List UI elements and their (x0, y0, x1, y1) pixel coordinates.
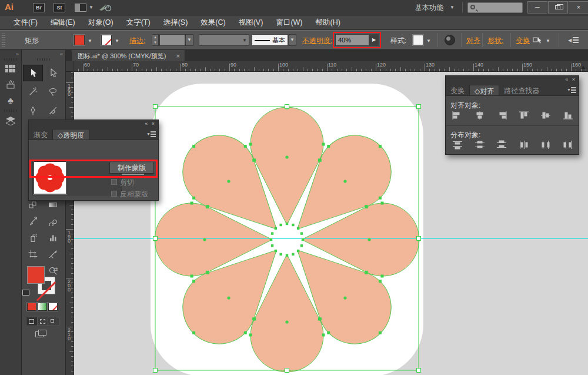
selection-handle[interactable] (192, 145, 195, 148)
selection-handle[interactable] (270, 238, 272, 241)
horizontal-distribute-center-button[interactable] (539, 140, 553, 150)
menu-item-8[interactable]: 帮助(H) (309, 16, 347, 29)
vertical-align-top-button[interactable] (517, 110, 531, 121)
tab-align[interactable]: ◇对齐 (469, 85, 499, 95)
shape-link[interactable]: 形状: (487, 36, 503, 46)
selection-handle[interactable] (153, 105, 158, 109)
clip-checkbox[interactable]: 剪切 (111, 178, 134, 188)
close-panel-icon[interactable]: × (572, 77, 576, 82)
selection-handle[interactable] (279, 224, 282, 226)
dock-grip[interactable] (4, 58, 17, 61)
vertical-distribute-center-button[interactable] (473, 140, 487, 150)
selection-handle[interactable] (297, 250, 299, 252)
selection-handle[interactable] (379, 331, 382, 334)
selection-handle[interactable] (379, 197, 382, 200)
petal-center-point[interactable] (368, 238, 370, 241)
panel-menu-icon[interactable]: ◀ (568, 36, 579, 44)
menu-item-4[interactable]: 选择(S) (157, 16, 195, 29)
stroke-weight-stepper[interactable]: ▲▼ (152, 34, 159, 46)
panel-menu-icon[interactable]: ▼ (567, 87, 576, 94)
petal-center-point[interactable] (285, 320, 288, 323)
artboard-tool[interactable] (23, 246, 43, 263)
selection-handle[interactable] (417, 105, 421, 109)
dock-grip[interactable] (4, 109, 17, 112)
selection-handle[interactable] (252, 159, 255, 162)
lasso-tool[interactable] (43, 84, 63, 100)
selection-handle[interactable] (417, 237, 421, 241)
selection-handle[interactable] (191, 275, 193, 278)
petal-center-point[interactable] (227, 296, 230, 299)
bridge-button[interactable]: Br (33, 3, 45, 12)
horizontal-align-right-button[interactable] (495, 110, 509, 121)
horizontal-distribute-left-button[interactable] (517, 140, 531, 150)
menu-item-3[interactable]: 文字(T) (120, 16, 157, 29)
fill-color-swatch[interactable] (74, 35, 85, 45)
selection-handle[interactable] (318, 318, 321, 321)
control-bar-grip[interactable] (2, 34, 5, 47)
expand-dock-icon[interactable]: » (0, 50, 21, 57)
close-panel-icon[interactable]: × (152, 121, 156, 127)
eyedropper-tool[interactable] (23, 213, 43, 230)
vertical-distribute-top-button[interactable] (450, 140, 465, 150)
brush-definition-dropdown[interactable]: ▼ (199, 34, 249, 46)
workspace-caret-icon[interactable]: ▼ (450, 5, 455, 10)
vertical-distribute-bottom-button[interactable] (495, 140, 509, 150)
petal-center-point[interactable] (343, 296, 346, 299)
symbol-sprayer-tool[interactable] (23, 230, 43, 246)
tab-close-icon[interactable]: × (176, 52, 180, 59)
petal-center-point[interactable] (343, 180, 346, 182)
close-button[interactable]: × (569, 1, 588, 14)
drawing-mode-group[interactable] (26, 317, 59, 326)
cs-live-icon[interactable] (98, 2, 112, 12)
horizontal-align-left-button[interactable] (450, 110, 465, 121)
invert-mask-checkbox[interactable]: 反相蒙版 (111, 190, 148, 200)
selection-handle[interactable] (206, 271, 209, 274)
selection-handle[interactable] (381, 202, 384, 205)
default-fill-stroke-icon[interactable] (22, 290, 29, 296)
menu-item-1[interactable]: 编辑(E) (44, 16, 82, 29)
opacity-link[interactable]: 不透明度: (302, 36, 332, 46)
ruler-origin-corner[interactable] (66, 61, 74, 72)
transparency-panel-header[interactable]: « × (29, 120, 158, 129)
search-input[interactable] (467, 2, 523, 13)
menu-item-2[interactable]: 对象(O) (82, 16, 120, 29)
selection-handle[interactable] (327, 145, 330, 148)
selection-handle[interactable] (192, 280, 195, 283)
selection-handle[interactable] (300, 232, 303, 234)
recolor-artwork-icon[interactable] (445, 35, 455, 45)
restore-button[interactable] (548, 1, 568, 14)
pointer-caret-icon[interactable]: ▼ (546, 38, 550, 44)
draw-behind-mode[interactable] (38, 317, 49, 326)
petal-center-point[interactable] (227, 180, 230, 182)
selection-handle[interactable] (271, 244, 273, 247)
selection-handle[interactable] (285, 105, 289, 109)
menu-item-0[interactable]: 文件(F) (7, 16, 44, 29)
swatches-panel-icon[interactable] (3, 65, 18, 75)
menu-item-6[interactable]: 视图(V) (232, 16, 270, 29)
selection-handle[interactable] (285, 369, 289, 373)
selection-handle[interactable] (365, 271, 368, 274)
tab-gradient[interactable]: 渐变 (29, 129, 52, 140)
selection-handle[interactable] (327, 331, 330, 334)
fill-caret-icon[interactable]: ▼ (88, 38, 92, 44)
stroke-weight-caret-icon[interactable]: ▼ (185, 34, 193, 46)
selection-handle[interactable] (322, 334, 325, 337)
selection-handle[interactable] (244, 331, 247, 334)
magic-wand-tool[interactable] (23, 84, 43, 100)
selection-handle[interactable] (244, 145, 247, 148)
selection-tool[interactable] (23, 65, 43, 81)
petal-center-point[interactable] (285, 155, 288, 158)
layers-panel-icon[interactable] (3, 116, 18, 128)
stroke-style-dropdown[interactable]: 基本 (252, 34, 288, 46)
swap-fill-stroke-icon[interactable]: ⇄ (53, 266, 58, 273)
horizontal-distribute-right-button[interactable] (561, 140, 575, 150)
slice-tool[interactable] (43, 246, 63, 263)
selection-handle[interactable] (192, 331, 195, 334)
vertical-ruler[interactable]: 160170180190200210 (66, 72, 74, 375)
petal-center-point[interactable] (203, 238, 206, 241)
fill-color-indicator[interactable] (27, 266, 45, 284)
align-link[interactable]: 对齐 (466, 36, 480, 46)
align-panel-header[interactable]: « × (446, 76, 579, 85)
selection-handle[interactable] (206, 205, 209, 208)
style-caret-icon[interactable]: ▼ (426, 38, 431, 44)
